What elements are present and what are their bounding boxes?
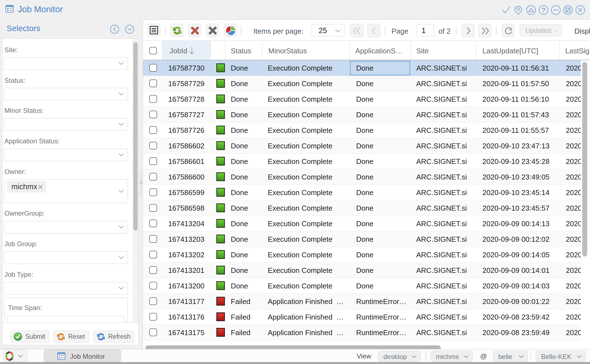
svg-text:?: ?	[542, 6, 546, 14]
